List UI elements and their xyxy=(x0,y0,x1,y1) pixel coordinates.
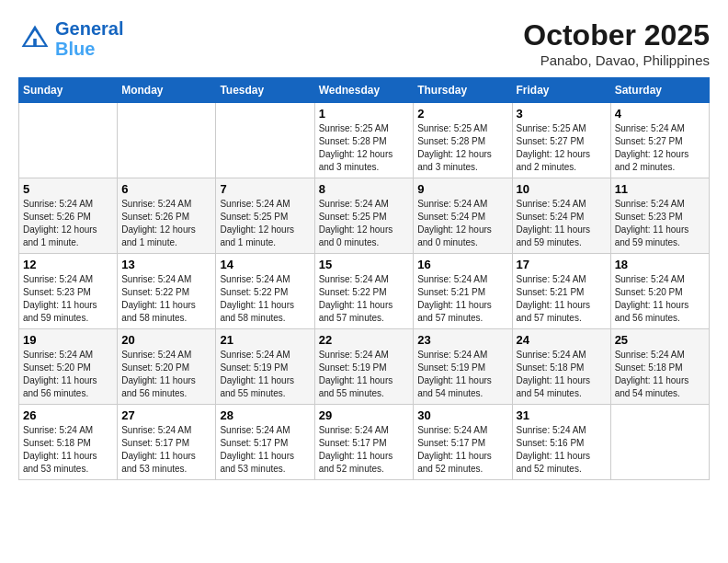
calendar-cell: 13Sunrise: 5:24 AMSunset: 5:22 PMDayligh… xyxy=(118,254,216,329)
logo: General Blue xyxy=(18,18,123,59)
weekday-header-row: SundayMondayTuesdayWednesdayThursdayFrid… xyxy=(19,78,710,103)
day-number: 24 xyxy=(517,333,607,347)
calendar-cell: 7Sunrise: 5:24 AMSunset: 5:25 PMDaylight… xyxy=(216,178,314,254)
weekday-header: Thursday xyxy=(414,78,512,103)
day-info: Sunrise: 5:24 AMSunset: 5:23 PMDaylight:… xyxy=(615,198,705,249)
day-info: Sunrise: 5:24 AMSunset: 5:27 PMDaylight:… xyxy=(615,122,705,174)
calendar-cell: 27Sunrise: 5:24 AMSunset: 5:17 PMDayligh… xyxy=(118,405,216,480)
day-info: Sunrise: 5:24 AMSunset: 5:26 PMDaylight:… xyxy=(23,198,113,249)
calendar-week-row: 12Sunrise: 5:24 AMSunset: 5:23 PMDayligh… xyxy=(19,254,710,329)
day-number: 23 xyxy=(417,333,507,347)
calendar-cell: 9Sunrise: 5:24 AMSunset: 5:24 PMDaylight… xyxy=(414,178,512,254)
calendar-table: SundayMondayTuesdayWednesdayThursdayFrid… xyxy=(18,77,710,480)
calendar-cell: 29Sunrise: 5:24 AMSunset: 5:17 PMDayligh… xyxy=(314,405,414,480)
page-header: General Blue October 2025 Panabo, Davao,… xyxy=(18,18,710,68)
day-number: 30 xyxy=(417,408,507,422)
day-info: Sunrise: 5:24 AMSunset: 5:19 PMDaylight:… xyxy=(417,349,507,400)
calendar-cell: 6Sunrise: 5:24 AMSunset: 5:26 PMDaylight… xyxy=(118,178,216,254)
day-info: Sunrise: 5:24 AMSunset: 5:22 PMDaylight:… xyxy=(220,273,310,325)
day-info: Sunrise: 5:24 AMSunset: 5:17 PMDaylight:… xyxy=(319,424,410,476)
weekday-header: Saturday xyxy=(610,78,709,103)
title-block: October 2025 Panabo, Davao, Philippines xyxy=(523,18,710,68)
calendar-cell: 12Sunrise: 5:24 AMSunset: 5:23 PMDayligh… xyxy=(19,254,118,329)
location-subtitle: Panabo, Davao, Philippines xyxy=(523,52,710,68)
calendar-cell: 23Sunrise: 5:24 AMSunset: 5:19 PMDayligh… xyxy=(414,329,512,405)
day-number: 4 xyxy=(615,107,705,121)
calendar-cell: 5Sunrise: 5:24 AMSunset: 5:26 PMDaylight… xyxy=(19,178,118,254)
day-number: 9 xyxy=(417,182,507,196)
day-number: 8 xyxy=(319,182,410,196)
day-info: Sunrise: 5:24 AMSunset: 5:20 PMDaylight:… xyxy=(121,349,211,400)
calendar-cell: 19Sunrise: 5:24 AMSunset: 5:20 PMDayligh… xyxy=(19,329,118,405)
day-number: 25 xyxy=(615,333,705,347)
day-number: 15 xyxy=(319,258,410,271)
day-number: 14 xyxy=(220,258,310,271)
calendar-cell: 4Sunrise: 5:24 AMSunset: 5:27 PMDaylight… xyxy=(610,103,709,178)
weekday-header: Monday xyxy=(118,78,216,103)
calendar-cell xyxy=(610,405,709,480)
calendar-cell: 15Sunrise: 5:24 AMSunset: 5:22 PMDayligh… xyxy=(314,254,414,329)
logo-icon xyxy=(18,22,51,55)
day-number: 3 xyxy=(517,107,607,121)
day-number: 28 xyxy=(220,408,310,422)
day-info: Sunrise: 5:24 AMSunset: 5:22 PMDaylight:… xyxy=(319,273,410,325)
day-number: 12 xyxy=(23,258,113,271)
day-info: Sunrise: 5:24 AMSunset: 5:20 PMDaylight:… xyxy=(23,349,113,400)
day-number: 10 xyxy=(517,182,607,196)
day-info: Sunrise: 5:24 AMSunset: 5:23 PMDaylight:… xyxy=(23,273,113,325)
day-number: 17 xyxy=(517,258,607,271)
calendar-cell: 30Sunrise: 5:24 AMSunset: 5:17 PMDayligh… xyxy=(414,405,512,480)
day-number: 22 xyxy=(319,333,410,347)
calendar-week-row: 5Sunrise: 5:24 AMSunset: 5:26 PMDaylight… xyxy=(19,178,710,254)
day-number: 18 xyxy=(615,258,705,271)
day-info: Sunrise: 5:24 AMSunset: 5:18 PMDaylight:… xyxy=(23,424,113,476)
day-number: 26 xyxy=(23,408,113,422)
day-info: Sunrise: 5:25 AMSunset: 5:28 PMDaylight:… xyxy=(319,122,410,174)
calendar-cell: 26Sunrise: 5:24 AMSunset: 5:18 PMDayligh… xyxy=(19,405,118,480)
day-number: 5 xyxy=(23,182,113,196)
calendar-week-row: 1Sunrise: 5:25 AMSunset: 5:28 PMDaylight… xyxy=(19,103,710,178)
day-number: 13 xyxy=(121,258,211,271)
calendar-cell: 20Sunrise: 5:24 AMSunset: 5:20 PMDayligh… xyxy=(118,329,216,405)
day-info: Sunrise: 5:24 AMSunset: 5:19 PMDaylight:… xyxy=(220,349,310,400)
day-info: Sunrise: 5:24 AMSunset: 5:16 PMDaylight:… xyxy=(517,424,607,476)
day-info: Sunrise: 5:24 AMSunset: 5:20 PMDaylight:… xyxy=(615,273,705,325)
calendar-cell: 1Sunrise: 5:25 AMSunset: 5:28 PMDaylight… xyxy=(314,103,414,178)
day-info: Sunrise: 5:24 AMSunset: 5:24 PMDaylight:… xyxy=(417,198,507,249)
day-info: Sunrise: 5:24 AMSunset: 5:21 PMDaylight:… xyxy=(517,273,607,325)
day-number: 21 xyxy=(220,333,310,347)
calendar-cell: 25Sunrise: 5:24 AMSunset: 5:18 PMDayligh… xyxy=(610,329,709,405)
calendar-cell: 22Sunrise: 5:24 AMSunset: 5:19 PMDayligh… xyxy=(314,329,414,405)
day-number: 29 xyxy=(319,408,410,422)
calendar-cell: 16Sunrise: 5:24 AMSunset: 5:21 PMDayligh… xyxy=(414,254,512,329)
day-number: 7 xyxy=(220,182,310,196)
calendar-cell: 3Sunrise: 5:25 AMSunset: 5:27 PMDaylight… xyxy=(512,103,610,178)
day-info: Sunrise: 5:24 AMSunset: 5:22 PMDaylight:… xyxy=(121,273,211,325)
calendar-cell: 31Sunrise: 5:24 AMSunset: 5:16 PMDayligh… xyxy=(512,405,610,480)
calendar-cell: 17Sunrise: 5:24 AMSunset: 5:21 PMDayligh… xyxy=(512,254,610,329)
calendar-week-row: 26Sunrise: 5:24 AMSunset: 5:18 PMDayligh… xyxy=(19,405,710,480)
day-info: Sunrise: 5:24 AMSunset: 5:25 PMDaylight:… xyxy=(319,198,410,249)
calendar-week-row: 19Sunrise: 5:24 AMSunset: 5:20 PMDayligh… xyxy=(19,329,710,405)
weekday-header: Wednesday xyxy=(314,78,414,103)
day-info: Sunrise: 5:24 AMSunset: 5:17 PMDaylight:… xyxy=(121,424,211,476)
day-number: 19 xyxy=(23,333,113,347)
calendar-cell: 11Sunrise: 5:24 AMSunset: 5:23 PMDayligh… xyxy=(610,178,709,254)
calendar-cell: 24Sunrise: 5:24 AMSunset: 5:18 PMDayligh… xyxy=(512,329,610,405)
day-info: Sunrise: 5:24 AMSunset: 5:26 PMDaylight:… xyxy=(121,198,211,249)
calendar-cell: 14Sunrise: 5:24 AMSunset: 5:22 PMDayligh… xyxy=(216,254,314,329)
day-info: Sunrise: 5:24 AMSunset: 5:18 PMDaylight:… xyxy=(517,349,607,400)
logo-text: General Blue xyxy=(55,18,123,59)
day-info: Sunrise: 5:24 AMSunset: 5:25 PMDaylight:… xyxy=(220,198,310,249)
calendar-cell xyxy=(19,103,118,178)
day-info: Sunrise: 5:25 AMSunset: 5:27 PMDaylight:… xyxy=(517,122,607,174)
day-info: Sunrise: 5:25 AMSunset: 5:28 PMDaylight:… xyxy=(417,122,507,174)
calendar-cell: 21Sunrise: 5:24 AMSunset: 5:19 PMDayligh… xyxy=(216,329,314,405)
day-info: Sunrise: 5:24 AMSunset: 5:17 PMDaylight:… xyxy=(417,424,507,476)
day-info: Sunrise: 5:24 AMSunset: 5:19 PMDaylight:… xyxy=(319,349,410,400)
calendar-cell: 28Sunrise: 5:24 AMSunset: 5:17 PMDayligh… xyxy=(216,405,314,480)
weekday-header: Friday xyxy=(512,78,610,103)
day-number: 1 xyxy=(319,107,410,121)
day-number: 16 xyxy=(417,258,507,271)
calendar-cell xyxy=(216,103,314,178)
